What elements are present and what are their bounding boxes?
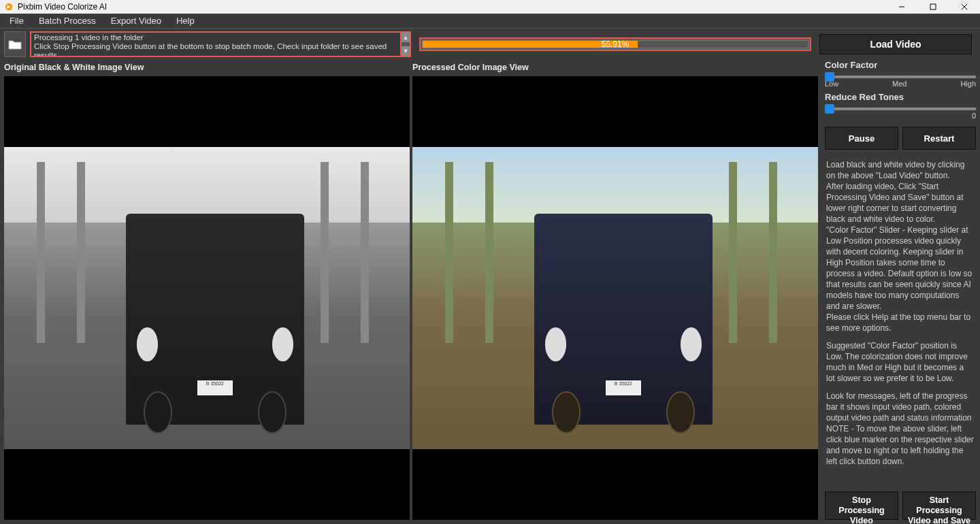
window-title: Pixbim Video Colorize AI (18, 2, 107, 12)
processed-image: B 35022 (412, 147, 818, 448)
help-text: Load black and white video by clicking o… (825, 154, 976, 487)
progress-bar-wrap: 55.91% (415, 31, 815, 57)
load-video-button[interactable]: Load Video (819, 34, 972, 54)
svg-rect-2 (930, 4, 936, 10)
close-button[interactable] (949, 0, 980, 14)
log-text: Processing 1 video in the folder Click S… (30, 31, 402, 57)
original-image: B 35022 (4, 147, 410, 448)
minimize-button[interactable] (886, 0, 917, 14)
processed-view-pane: Processed Color Image View B 35022 (412, 60, 818, 520)
color-factor-slider-group: Color Factor Low Med High (825, 60, 976, 88)
tick-high: High (960, 80, 976, 88)
menu-file[interactable]: File (3, 14, 31, 27)
reduce-red-slider[interactable] (825, 108, 976, 110)
sidebar: Color Factor Low Med High Reduce Red Ton… (821, 60, 980, 524)
menu-export-video[interactable]: Export Video (104, 14, 168, 27)
menu-batch-process[interactable]: Batch Process (32, 14, 103, 27)
open-folder-button[interactable] (4, 31, 26, 57)
menu-help[interactable]: Help (169, 14, 201, 27)
toolbar: Processing 1 video in the folder Click S… (0, 29, 980, 60)
reduce-red-thumb[interactable] (825, 104, 834, 114)
pause-button[interactable]: Pause (825, 127, 898, 150)
progress-bar: 55.91% (419, 37, 811, 51)
color-factor-label: Color Factor (825, 60, 976, 70)
original-view-label: Original Black & White Image View (4, 60, 410, 76)
reduce-red-label: Reduce Red Tones (825, 92, 976, 102)
log-scrollbar[interactable]: ▲ ▼ (402, 31, 411, 57)
scroll-down-icon[interactable]: ▼ (402, 46, 410, 56)
menubar: File Batch Process Export Video Help (0, 14, 980, 29)
log-panel: Processing 1 video in the folder Click S… (30, 31, 411, 57)
restart-button[interactable]: Restart (902, 127, 976, 150)
maximize-button[interactable] (917, 0, 949, 14)
tick-med: Med (892, 80, 906, 88)
color-factor-slider[interactable] (825, 76, 976, 78)
original-view-canvas: B 35022 (4, 76, 410, 520)
stop-processing-button[interactable]: Stop Processing Video (825, 491, 898, 520)
folder-icon (8, 39, 22, 50)
original-view-pane: Original Black & White Image View B 3502… (4, 60, 410, 520)
color-factor-thumb[interactable] (825, 72, 834, 82)
processed-view-label: Processed Color Image View (412, 60, 818, 76)
titlebar: Pixbim Video Colorize AI (0, 0, 980, 14)
start-processing-button[interactable]: Start Processing Video and Save (902, 491, 976, 520)
app-icon (4, 2, 14, 12)
progress-text: 55.91% (602, 39, 630, 49)
scroll-up-icon[interactable]: ▲ (402, 33, 410, 42)
processed-view-canvas: B 35022 (412, 76, 818, 520)
reduce-red-slider-group: Reduce Red Tones 0 (825, 92, 976, 120)
tick-zero: 0 (972, 112, 976, 120)
